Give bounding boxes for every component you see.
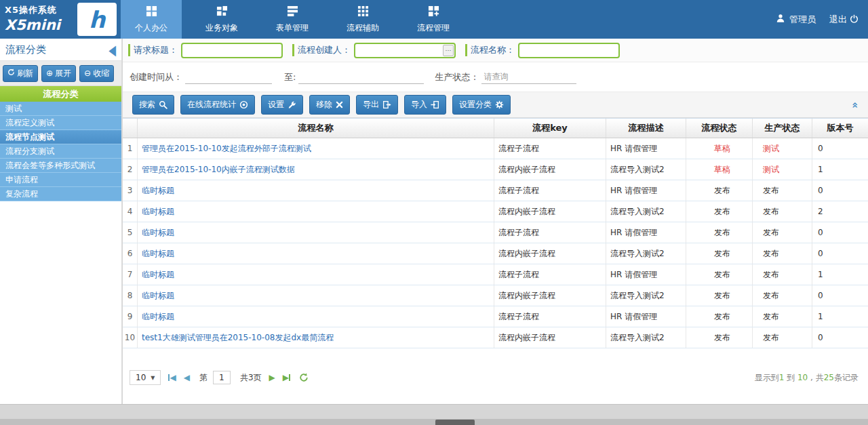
refresh-label: 刷新 xyxy=(17,68,33,79)
process-key-cell: 流程内嵌子流程 xyxy=(494,243,606,264)
process-name-cell: 管理员在2015-10-10内嵌子流程测试数据 xyxy=(138,159,494,180)
row-number: 5 xyxy=(123,222,138,243)
sidebar-item[interactable]: 申请流程 xyxy=(0,173,121,187)
row-number: 4 xyxy=(123,201,138,222)
process-name-cell: test1大雄测试管理员在2015-10-08发起dx最简流程 xyxy=(138,327,494,348)
summary-mid: 到 xyxy=(784,373,797,382)
sidebar-item[interactable]: 复杂流程 xyxy=(0,187,121,201)
process-name-link[interactable]: 临时标题 xyxy=(142,206,174,218)
online-stat-button[interactable]: 在线流程统计 xyxy=(180,95,255,115)
page-number-input[interactable] xyxy=(213,371,231,384)
settings-button[interactable]: 设置 xyxy=(261,95,303,115)
grid-plus-icon xyxy=(428,5,439,19)
process-name-link[interactable]: 临时标题 xyxy=(142,269,174,281)
table-row: 2 管理员在2015-10-10内嵌子流程测试数据 流程内嵌子流程 流程导入测试… xyxy=(123,159,868,180)
process-key-cell: 流程子流程 xyxy=(494,180,606,201)
process-table: 流程名称 流程key 流程描述 流程状态 生产状态 版本号 1 管理员在2015… xyxy=(123,118,868,348)
process-name-link[interactable]: 管理员在2015-10-10内嵌子流程测试数据 xyxy=(142,164,295,176)
prev-page-button[interactable]: ◀ xyxy=(184,373,190,382)
dots-grid-icon xyxy=(357,5,369,19)
process-name-link[interactable]: 临时标题 xyxy=(142,227,174,239)
summary-total: 25 xyxy=(824,373,834,382)
process-name-link[interactable]: test1大雄测试管理员在2015-10-08发起dx最简流程 xyxy=(142,332,334,344)
process-name-cell: 临时标题 xyxy=(138,222,494,243)
import-button[interactable]: 导入 xyxy=(404,95,446,115)
date-to-label: 至: xyxy=(284,71,296,83)
date-from-input[interactable] xyxy=(185,70,272,84)
sidebar-collapse-icon[interactable]: ◀ xyxy=(108,41,116,58)
logout-label: 退出 xyxy=(829,14,847,26)
process-name-link[interactable]: 临时标题 xyxy=(142,311,174,323)
creator-picker-button[interactable]: ··· xyxy=(443,45,454,56)
process-name-link[interactable]: 临时标题 xyxy=(142,290,174,302)
process-name-link[interactable]: 临时标题 xyxy=(142,185,174,197)
prod-status-cell: 发布 xyxy=(753,306,812,327)
export-label: 导出 xyxy=(363,99,379,110)
next-page-button[interactable]: ▶ xyxy=(269,373,275,382)
process-status-cell: 发布 xyxy=(686,306,753,327)
sidebar-title: 流程分类 xyxy=(5,43,46,56)
col-process-status: 流程状态 xyxy=(686,119,753,138)
username[interactable]: 管理员 xyxy=(789,14,816,26)
process-status-cell: 草稿 xyxy=(686,159,753,180)
process-key-cell: 流程子流程 xyxy=(494,138,606,159)
prod-status-input[interactable] xyxy=(481,70,576,84)
tab-personal-office[interactable]: 个人办公 xyxy=(121,0,182,39)
sidebar-item[interactable]: 流程会签等多种形式测试 xyxy=(0,159,121,173)
sidebar-item[interactable]: 流程定义测试 xyxy=(0,116,121,130)
prod-status-cell: 发布 xyxy=(753,180,812,201)
refresh-grid-button[interactable] xyxy=(299,373,309,382)
sidebar-item[interactable]: 测试 xyxy=(0,102,121,116)
row-number: 2 xyxy=(123,159,138,180)
app-title: X5操作系统 xyxy=(5,4,75,16)
request-title-input[interactable] xyxy=(181,43,283,58)
set-category-button[interactable]: 设置分类 xyxy=(452,95,511,115)
search-button[interactable]: 搜索 xyxy=(132,95,174,115)
process-status-cell: 发布 xyxy=(686,285,753,306)
filter-row: 创建时间从： 至: 生产状态： xyxy=(123,62,868,92)
remove-button[interactable]: 移除 xyxy=(309,95,350,115)
collapse-panel-icon[interactable]: « xyxy=(849,102,861,108)
process-status-cell: 发布 xyxy=(686,201,753,222)
process-desc-cell: 流程导入测试2 xyxy=(606,285,686,306)
logout-button[interactable]: 退出 xyxy=(829,14,859,26)
tab-business-object[interactable]: 业务对象 xyxy=(191,0,252,39)
process-desc-cell: HR 请假管理 xyxy=(606,138,686,159)
export-button[interactable]: 导出 xyxy=(356,95,398,115)
process-creator-input[interactable] xyxy=(354,43,456,58)
process-name-input[interactable] xyxy=(518,43,620,58)
row-number: 1 xyxy=(123,138,138,159)
sidebar-item[interactable]: 流程节点测试 xyxy=(0,130,121,144)
expand-tree-button[interactable]: ⊕ 展开 xyxy=(41,65,76,82)
tab-process-management[interactable]: 流程管理 xyxy=(403,0,464,39)
creator-input-wrap: ··· xyxy=(354,43,456,58)
last-page-bar xyxy=(289,374,290,381)
process-key-cell: 流程内嵌子流程 xyxy=(494,285,606,306)
col-version: 版本号 xyxy=(812,119,868,138)
version-cell: 0 xyxy=(812,243,868,264)
page-size-select[interactable]: 10 ▼ xyxy=(130,370,161,385)
process-status-cell: 发布 xyxy=(686,327,753,348)
process-desc-cell: 流程导入测试2 xyxy=(606,243,686,264)
table-body: 1 管理员在2015-10-10发起流程外部子流程测试 流程子流程 HR 请假管… xyxy=(123,138,868,348)
prod-status-cell: 发布 xyxy=(753,201,812,222)
sidebar-item[interactable]: 流程分支测试 xyxy=(0,144,121,159)
process-name-link[interactable]: 临时标题 xyxy=(142,248,174,260)
refresh-tree-button[interactable]: 刷新 xyxy=(3,65,38,82)
col-process-name: 流程名称 xyxy=(138,119,494,138)
version-cell: 1 xyxy=(812,306,868,327)
collapse-tree-button[interactable]: ⊖ 收缩 xyxy=(79,65,114,82)
tab-process-assist[interactable]: 流程辅助 xyxy=(332,0,393,39)
version-cell: 1 xyxy=(812,159,868,180)
toolbar: 搜索 在线流程统计 设置 移除 xyxy=(123,92,868,118)
row-number: 6 xyxy=(123,243,138,264)
last-page-button[interactable]: ▶ xyxy=(283,373,290,382)
first-page-button[interactable]: ◀ xyxy=(168,373,176,382)
process-name-link[interactable]: 管理员在2015-10-10发起流程外部子流程测试 xyxy=(142,143,311,155)
collapse-label: 收缩 xyxy=(93,68,109,79)
table-row: 9 临时标题 流程子流程 HR 请假管理 发布 发布 1 xyxy=(123,306,868,327)
import-icon xyxy=(431,100,439,109)
chevron-down-icon: ▼ xyxy=(151,375,155,381)
tab-form-management[interactable]: 表单管理 xyxy=(262,0,323,39)
date-to-input[interactable] xyxy=(298,70,424,84)
